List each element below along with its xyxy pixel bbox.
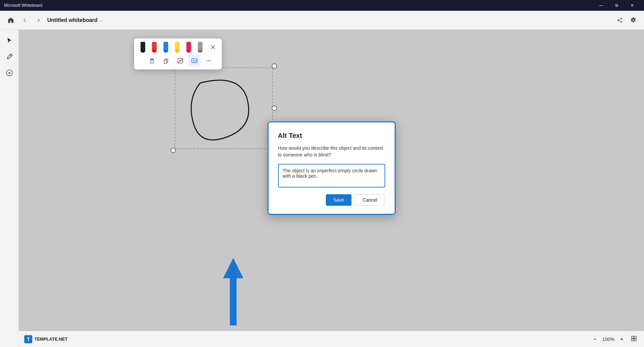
blue-arrow bbox=[220, 255, 247, 330]
remove-bg-icon bbox=[177, 57, 184, 64]
maximize-button[interactable]: ⧉ bbox=[609, 0, 624, 11]
pen-yellow-shape bbox=[175, 42, 180, 53]
pen-yellow-button[interactable] bbox=[173, 41, 182, 53]
share-icon bbox=[617, 17, 623, 23]
sketch-selection[interactable] bbox=[173, 66, 274, 150]
svg-rect-1 bbox=[151, 60, 153, 63]
remove-bg-button[interactable] bbox=[174, 55, 186, 67]
delete-icon bbox=[149, 57, 155, 64]
logo-text: TEMPLATE.NET bbox=[34, 337, 68, 342]
toolbar-close-button[interactable] bbox=[208, 42, 218, 52]
delete-button[interactable] bbox=[146, 55, 158, 67]
window-controls: — ⧉ ✕ bbox=[593, 0, 640, 11]
back-button[interactable] bbox=[20, 16, 30, 25]
logo-letter: T bbox=[24, 335, 32, 343]
board-title: Untitled whiteboard bbox=[47, 17, 97, 23]
ink-tool-button[interactable] bbox=[3, 50, 16, 63]
pen-red-shape bbox=[152, 42, 157, 53]
back-icon bbox=[22, 18, 28, 23]
alt-text-icon: ALT bbox=[191, 57, 198, 64]
pen-pink-shape bbox=[186, 42, 191, 53]
svg-rect-3 bbox=[164, 60, 167, 63]
cancel-button[interactable]: Cancel bbox=[355, 194, 385, 206]
svg-marker-11 bbox=[223, 258, 243, 325]
pen-gray-button[interactable] bbox=[195, 41, 205, 53]
window-title: Microsoft Whiteboard bbox=[4, 3, 42, 8]
home-button[interactable] bbox=[5, 15, 16, 26]
settings-button[interactable] bbox=[628, 15, 639, 26]
handle-top-right[interactable] bbox=[272, 63, 277, 69]
template-logo: T TEMPLATE.NET bbox=[24, 335, 68, 343]
bottom-bar: T TEMPLATE.NET − 100% + bbox=[19, 331, 644, 347]
more-options-button[interactable] bbox=[203, 55, 215, 67]
pen-blue-shape bbox=[163, 42, 168, 53]
copy-icon bbox=[163, 57, 170, 64]
pen-black-shape bbox=[141, 42, 145, 53]
minimize-button[interactable]: — bbox=[593, 0, 609, 11]
svg-rect-15 bbox=[634, 339, 636, 341]
add-icon bbox=[6, 69, 13, 76]
select-icon bbox=[6, 37, 13, 44]
left-sidebar bbox=[0, 30, 19, 347]
select-tool-button[interactable] bbox=[3, 34, 16, 47]
handle-mid-right[interactable] bbox=[272, 106, 277, 111]
title-area[interactable]: Untitled whiteboard ⌄ bbox=[47, 17, 103, 23]
zoom-out-button[interactable]: − bbox=[590, 335, 600, 344]
save-button[interactable]: Save bbox=[326, 194, 351, 206]
svg-point-9 bbox=[210, 60, 211, 61]
alt-text-dialog: Alt Text How would you describe this obj… bbox=[268, 121, 396, 214]
dialog-title: Alt Text bbox=[278, 132, 385, 140]
pen-gray-shape bbox=[198, 42, 203, 53]
dialog-description: How would you describe this object and i… bbox=[278, 145, 385, 158]
pen-blue-button[interactable] bbox=[161, 41, 171, 53]
zoom-in-button[interactable]: + bbox=[617, 335, 626, 344]
floating-toolbar: ALT bbox=[134, 38, 222, 69]
forward-button[interactable] bbox=[34, 16, 43, 25]
settings-icon bbox=[630, 17, 636, 23]
more-icon bbox=[205, 57, 212, 64]
svg-point-7 bbox=[207, 60, 208, 61]
add-button[interactable] bbox=[3, 66, 16, 80]
alt-text-button[interactable]: ALT bbox=[188, 55, 201, 67]
selection-border bbox=[173, 66, 274, 150]
app-header: Untitled whiteboard ⌄ bbox=[0, 11, 644, 30]
alt-text-input[interactable]: The object is an imperfect empty circle … bbox=[278, 164, 385, 187]
title-bar: Microsoft Whiteboard — ⧉ ✕ bbox=[0, 0, 644, 11]
arrow-svg bbox=[220, 255, 247, 329]
pen-black-button[interactable] bbox=[138, 41, 148, 53]
share-button[interactable] bbox=[614, 15, 625, 26]
svg-text:ALT: ALT bbox=[193, 60, 197, 62]
copy-button[interactable] bbox=[160, 55, 172, 67]
zoom-level: 100% bbox=[602, 337, 614, 342]
close-button[interactable]: ✕ bbox=[624, 0, 640, 11]
pen-pink-button[interactable] bbox=[184, 41, 193, 53]
close-icon bbox=[211, 45, 215, 50]
fit-icon bbox=[631, 336, 637, 342]
svg-rect-14 bbox=[632, 339, 634, 341]
zoom-controls: − 100% + bbox=[590, 335, 639, 344]
pens-row bbox=[138, 41, 218, 53]
pen-red-button[interactable] bbox=[150, 41, 159, 53]
fit-screen-button[interactable] bbox=[629, 335, 639, 344]
svg-point-8 bbox=[208, 60, 209, 61]
header-right bbox=[614, 15, 639, 26]
forward-icon bbox=[36, 18, 41, 23]
dialog-footer: Save Cancel bbox=[278, 194, 385, 206]
actions-row: ALT bbox=[138, 55, 218, 67]
dialog-overlay: Alt Text How would you describe this obj… bbox=[19, 30, 644, 347]
handle-bottom-left[interactable] bbox=[171, 148, 176, 153]
chevron-down-icon: ⌄ bbox=[99, 18, 103, 23]
canvas-area[interactable]: ALT bbox=[19, 30, 644, 347]
home-icon bbox=[7, 17, 14, 24]
svg-rect-12 bbox=[632, 336, 634, 338]
ink-icon bbox=[6, 53, 13, 60]
svg-rect-13 bbox=[634, 336, 636, 338]
